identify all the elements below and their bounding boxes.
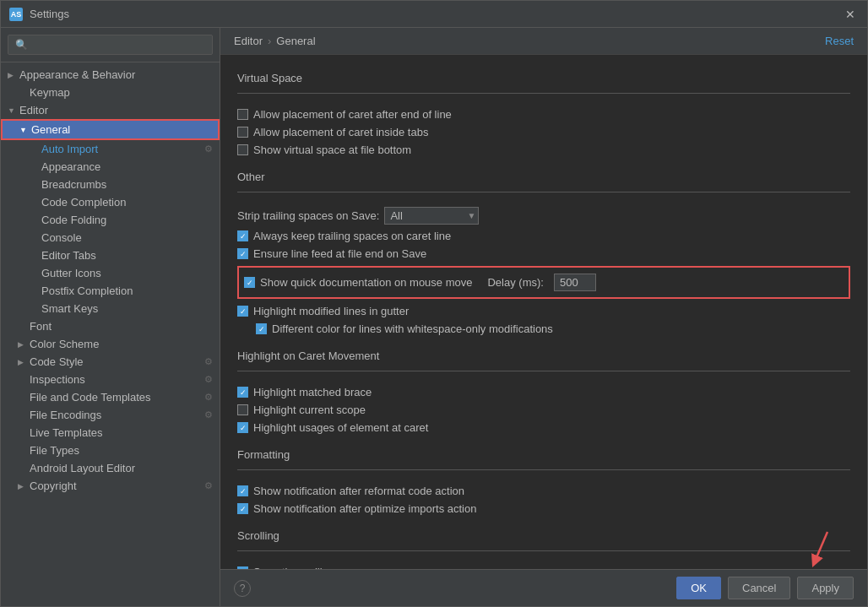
- option-show-optimize-notification: Show notification after optimize imports…: [237, 500, 850, 518]
- strip-spaces-select-wrapper: All None Modified Lines ▼: [384, 207, 479, 225]
- sidebar-item-file-encodings[interactable]: File Encodings ⚙: [1, 406, 220, 424]
- sidebar-item-auto-import[interactable]: Auto Import ⚙: [1, 140, 220, 158]
- sidebar-item-label: File Encodings: [30, 409, 101, 421]
- ok-button[interactable]: OK: [676, 577, 721, 599]
- option-show-quick-doc: Show quick documentation on mouse move D…: [244, 271, 844, 294]
- highlight-box: Show quick documentation on mouse move D…: [237, 266, 850, 299]
- settings-window: AS Settings ✕ ▶ Appearance & Behavior Ke…: [0, 0, 868, 607]
- sidebar-item-label: Inspections: [30, 373, 85, 386]
- checkbox-show-quick-doc[interactable]: [244, 277, 255, 288]
- option-allow-caret-tabs: Allow placement of caret inside tabs: [237, 123, 850, 141]
- sidebar-item-inspections[interactable]: Inspections ⚙: [1, 371, 220, 388]
- help-button[interactable]: ?: [234, 580, 251, 597]
- checkbox-show-virtual-bottom[interactable]: [237, 144, 248, 155]
- scrolling-section: Scrolling Smooth scrolling Prefer scroll…: [237, 529, 850, 569]
- breadcrumb-parent: Editor: [234, 35, 263, 47]
- config-icon: ⚙: [204, 392, 213, 403]
- checkbox-different-color-whitespace[interactable]: [256, 323, 267, 334]
- sidebar-item-color-scheme[interactable]: ▶ Color Scheme: [1, 335, 220, 353]
- sidebar-item-label: Live Templates: [30, 426, 102, 439]
- search-box: [1, 28, 220, 62]
- sidebar-item-copyright[interactable]: ▶ Copyright ⚙: [1, 477, 220, 495]
- main-content: ▶ Appearance & Behavior Keymap ▼ Editor …: [1, 28, 867, 606]
- checkbox-keep-trailing[interactable]: [237, 230, 248, 241]
- strip-spaces-row: Strip trailing spaces on Save: All None …: [237, 204, 850, 227]
- checkbox-ensure-line-feed[interactable]: [237, 248, 248, 259]
- sidebar-item-label: Code Style: [30, 355, 84, 368]
- formatting-section: Formatting Show notification after refor…: [237, 448, 850, 518]
- close-button[interactable]: ✕: [842, 6, 859, 23]
- strip-spaces-select[interactable]: All None Modified Lines: [384, 207, 479, 225]
- config-icon: ⚙: [204, 480, 213, 491]
- sidebar-item-general[interactable]: ▼ General: [1, 119, 220, 140]
- section-title-highlight-caret: Highlight on Caret Movement: [237, 350, 850, 362]
- checkbox-highlight-modified[interactable]: [237, 306, 248, 317]
- checkbox-allow-caret-tabs[interactable]: [237, 127, 248, 138]
- sidebar-item-label: Appearance: [41, 160, 100, 173]
- expand-arrow: ▼: [8, 106, 19, 115]
- checkbox-highlight-current-scope[interactable]: [237, 404, 248, 415]
- sidebar-item-editor-tabs[interactable]: Editor Tabs: [1, 247, 220, 264]
- option-highlight-modified: Highlight modified lines in gutter: [237, 302, 850, 320]
- main-panel: Editor › General Reset Virtual Space All…: [220, 28, 867, 606]
- sidebar-item-breadcrumbs[interactable]: Breadcrumbs: [1, 176, 220, 193]
- breadcrumb: Editor › General: [234, 35, 316, 47]
- app-icon: AS: [9, 8, 23, 21]
- sidebar-item-keymap[interactable]: Keymap: [1, 84, 220, 101]
- section-title-formatting: Formatting: [237, 448, 850, 461]
- checkbox-highlight-matched-brace[interactable]: [237, 387, 248, 398]
- option-label: Ensure line feed at file end on Save: [253, 247, 426, 260]
- checkbox-highlight-usages[interactable]: [237, 422, 248, 433]
- sidebar-item-label: Appearance & Behavior: [19, 68, 135, 81]
- search-input[interactable]: [8, 35, 213, 55]
- section-title-virtual-space: Virtual Space: [237, 72, 850, 84]
- option-label: Show virtual space at file bottom: [253, 144, 411, 156]
- sidebar-item-label: Font: [30, 320, 52, 333]
- checkbox-show-optimize-notification[interactable]: [237, 503, 248, 514]
- option-keep-trailing: Always keep trailing spaces on caret lin…: [237, 227, 850, 245]
- sidebar-item-label: Postfix Completion: [41, 285, 133, 297]
- sidebar: ▶ Appearance & Behavior Keymap ▼ Editor …: [1, 28, 220, 606]
- virtual-space-section: Virtual Space Allow placement of caret a…: [237, 72, 850, 159]
- expand-arrow: ▶: [18, 358, 30, 366]
- settings-content: Virtual Space Allow placement of caret a…: [220, 55, 867, 569]
- expand-arrow: ▶: [18, 482, 30, 490]
- sidebar-item-smart-keys[interactable]: Smart Keys: [1, 300, 220, 317]
- sidebar-item-code-style[interactable]: ▶ Code Style ⚙: [1, 353, 220, 371]
- sidebar-item-label: Keymap: [30, 86, 70, 99]
- option-highlight-current-scope: Highlight current scope: [237, 401, 850, 419]
- bottom-bar: ? OK Cancel Apply: [220, 569, 867, 606]
- highlight-caret-section: Highlight on Caret Movement Highlight ma…: [237, 350, 850, 436]
- cancel-button[interactable]: Cancel: [728, 577, 790, 599]
- option-highlight-usages: Highlight usages of element at caret: [237, 419, 850, 436]
- checkbox-allow-caret-end[interactable]: [237, 109, 248, 120]
- sidebar-item-file-types[interactable]: File Types: [1, 442, 220, 459]
- option-label: Highlight current scope: [253, 404, 366, 416]
- option-ensure-line-feed: Ensure line feed at file end on Save: [237, 245, 850, 263]
- sidebar-item-file-code-templates[interactable]: File and Code Templates ⚙: [1, 388, 220, 406]
- sidebar-item-console[interactable]: Console: [1, 229, 220, 247]
- option-label: Always keep trailing spaces on caret lin…: [253, 230, 451, 242]
- sidebar-item-font[interactable]: Font: [1, 317, 220, 335]
- sidebar-item-live-templates[interactable]: Live Templates: [1, 424, 220, 442]
- reset-button[interactable]: Reset: [825, 35, 854, 47]
- sidebar-item-code-completion[interactable]: Code Completion: [1, 193, 220, 211]
- sidebar-item-postfix-completion[interactable]: Postfix Completion: [1, 282, 220, 300]
- sidebar-item-label: Editor Tabs: [41, 249, 96, 262]
- option-label: Different color for lines with whitespac…: [272, 322, 553, 335]
- sidebar-item-code-folding[interactable]: Code Folding: [1, 211, 220, 229]
- expand-arrow: ▼: [19, 126, 31, 134]
- sidebar-item-label: Code Folding: [41, 214, 106, 226]
- sidebar-item-appearance-behavior[interactable]: ▶ Appearance & Behavior: [1, 66, 220, 84]
- sidebar-item-editor[interactable]: ▼ Editor: [1, 101, 220, 119]
- breadcrumb-bar: Editor › General Reset: [220, 28, 867, 55]
- sidebar-item-android-layout-editor[interactable]: Android Layout Editor: [1, 459, 220, 477]
- sidebar-item-appearance[interactable]: Appearance: [1, 158, 220, 176]
- option-label: Highlight matched brace: [253, 386, 372, 398]
- other-section: Other Strip trailing spaces on Save: All…: [237, 171, 850, 338]
- checkbox-show-reformat-notification[interactable]: [237, 485, 248, 496]
- delay-input[interactable]: [554, 274, 596, 291]
- apply-button[interactable]: Apply: [797, 577, 854, 599]
- sidebar-item-label: Smart Keys: [41, 302, 98, 315]
- sidebar-item-gutter-icons[interactable]: Gutter Icons: [1, 264, 220, 282]
